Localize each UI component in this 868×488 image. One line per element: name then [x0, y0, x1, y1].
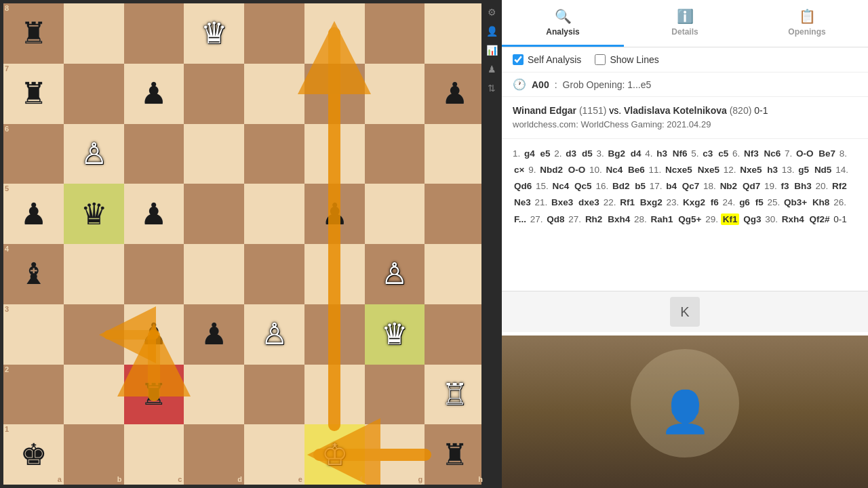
move-25w[interactable]: Qb3+: [783, 197, 808, 208]
move-10b[interactable]: Be6: [627, 164, 646, 176]
move-7b[interactable]: Be7: [817, 148, 837, 159]
move-24b[interactable]: f5: [754, 197, 765, 208]
square-e4[interactable]: [244, 244, 304, 304]
square-c4[interactable]: [124, 244, 184, 304]
square-a1[interactable]: ♚1a: [3, 424, 64, 485]
square-g2[interactable]: [365, 365, 425, 425]
move-5b[interactable]: c5: [717, 148, 730, 159]
move-31b[interactable]: Qf2#: [808, 214, 831, 225]
move-19w[interactable]: f3: [779, 180, 790, 192]
square-d5[interactable]: [184, 184, 244, 244]
square-g4[interactable]: ♙: [365, 244, 425, 304]
move-21w[interactable]: Bxe3: [550, 197, 574, 208]
move-31w[interactable]: Rxh4: [781, 214, 806, 225]
square-h1[interactable]: ♜h: [425, 424, 485, 485]
move-11b[interactable]: Nxe5: [696, 164, 721, 176]
show-lines-checkbox[interactable]: [595, 54, 606, 65]
move-22w[interactable]: Rf1: [618, 197, 636, 208]
move-28b[interactable]: Bxh4: [606, 214, 631, 225]
square-c2[interactable]: ♜: [124, 365, 184, 425]
move-1w[interactable]: g4: [523, 148, 536, 159]
move-14w[interactable]: Qd6: [513, 180, 533, 192]
move-13b[interactable]: Nd5: [813, 164, 833, 176]
square-a5[interactable]: ♟5: [3, 184, 64, 244]
square-h4[interactable]: [425, 244, 485, 304]
square-a4[interactable]: ♝4: [3, 244, 64, 304]
square-f2[interactable]: [304, 365, 365, 425]
move-24w[interactable]: g6: [738, 197, 751, 208]
move-29b[interactable]: Qg5+: [677, 214, 703, 225]
square-h7[interactable]: ♟: [425, 64, 485, 124]
square-h6[interactable]: [425, 124, 485, 184]
square-g8[interactable]: [365, 3, 425, 64]
move-9w[interactable]: Nbd2: [538, 164, 564, 176]
square-f3[interactable]: [304, 304, 365, 365]
move-15b[interactable]: Qc5: [573, 180, 593, 192]
tab-openings[interactable]: 📋 Openings: [746, 0, 868, 47]
move-12w[interactable]: Nxe5: [738, 164, 763, 176]
show-lines-option[interactable]: Show Lines: [595, 54, 658, 65]
square-a8[interactable]: ♜8: [3, 3, 64, 64]
square-b6[interactable]: ♙: [64, 124, 124, 184]
square-c3[interactable]: ♟: [124, 304, 184, 365]
move-18w[interactable]: Nb2: [719, 180, 739, 192]
square-d3[interactable]: ♟: [184, 304, 244, 365]
move-26w[interactable]: F...: [513, 214, 528, 225]
square-f6[interactable]: [304, 124, 365, 184]
move-6b[interactable]: Nc6: [762, 148, 782, 159]
square-a7[interactable]: ♜7: [3, 64, 64, 124]
move-30w[interactable]: Kf1: [721, 214, 740, 225]
square-d1[interactable]: d: [184, 424, 244, 485]
move-20w[interactable]: Rf2: [831, 180, 848, 192]
square-a3[interactable]: 3: [3, 304, 64, 365]
square-c6[interactable]: [124, 124, 184, 184]
square-b5[interactable]: ♛: [64, 184, 124, 244]
square-e8[interactable]: [244, 3, 304, 64]
move-13w[interactable]: g5: [797, 164, 810, 176]
move-29w[interactable]: Rah1: [649, 214, 674, 225]
square-e2[interactable]: [244, 365, 304, 425]
square-g7[interactable]: [365, 64, 425, 124]
move-2w[interactable]: d3: [564, 148, 578, 159]
move-19b[interactable]: Bh3: [793, 180, 813, 192]
square-d7[interactable]: [184, 64, 244, 124]
square-c7[interactable]: ♟: [124, 64, 184, 124]
self-analysis-checkbox[interactable]: [513, 54, 524, 65]
move-12b[interactable]: h3: [766, 164, 779, 176]
square-h2[interactable]: ♖: [425, 365, 485, 425]
square-f4[interactable]: [304, 244, 365, 304]
square-e3[interactable]: ♙: [244, 304, 304, 365]
move-25b[interactable]: Kh8: [811, 197, 831, 208]
square-f8[interactable]: [304, 3, 365, 64]
move-20b[interactable]: Ne3: [513, 197, 532, 208]
moves-container[interactable]: 1. g4 e5 2. d3 d5 3. Bg2 d4 4. h3 Nf6 5.…: [502, 139, 868, 288]
square-b2[interactable]: [64, 365, 124, 425]
move-5w[interactable]: c3: [701, 148, 714, 159]
square-e1[interactable]: e: [244, 424, 304, 485]
move-28w[interactable]: Rh2: [584, 214, 604, 225]
move-17b[interactable]: Qc7: [681, 180, 701, 192]
square-h5[interactable]: [425, 184, 485, 244]
square-d2[interactable]: [184, 365, 244, 425]
settings-icon[interactable]: ⚙: [483, 3, 500, 21]
move-11w[interactable]: Ncxe5: [664, 164, 694, 176]
square-d4[interactable]: [184, 244, 244, 304]
move-4w[interactable]: h3: [655, 148, 669, 159]
square-e7[interactable]: [244, 64, 304, 124]
square-c5[interactable]: ♟: [124, 184, 184, 244]
move-4b[interactable]: Nf6: [671, 148, 689, 159]
first-move-button[interactable]: K: [670, 297, 700, 327]
tab-analysis[interactable]: 🔍 Analysis: [502, 0, 624, 47]
move-1b[interactable]: e5: [539, 148, 552, 159]
square-c8[interactable]: [124, 3, 184, 64]
self-analysis-option[interactable]: Self Analysis: [513, 54, 581, 65]
pieces-icon[interactable]: ♟: [483, 60, 500, 78]
square-f7[interactable]: [304, 64, 365, 124]
square-b7[interactable]: [64, 64, 124, 124]
move-2b[interactable]: d5: [580, 148, 594, 159]
square-g3[interactable]: ♛: [365, 304, 425, 365]
move-23b[interactable]: f6: [709, 197, 720, 208]
square-h3[interactable]: [425, 304, 485, 365]
flip-icon[interactable]: ⇅: [483, 79, 500, 97]
move-6w[interactable]: Nf3: [743, 148, 760, 159]
